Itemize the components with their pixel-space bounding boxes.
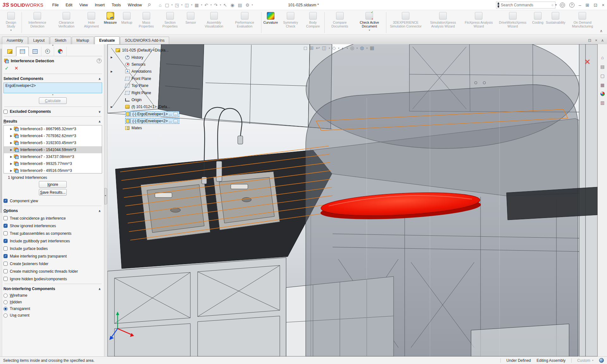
expand-chevron-icon[interactable]: ▶ (10, 127, 12, 130)
search-input[interactable] (501, 3, 550, 7)
radio-hidden[interactable]: Hidden (3, 300, 102, 304)
cancel-button[interactable]: ✕ (15, 65, 19, 71)
radio-wireframe[interactable]: Wireframe (3, 293, 102, 298)
user-account-icon[interactable] (560, 3, 565, 8)
selected-components-header[interactable]: Selected Components ∧ (3, 76, 102, 81)
menu-window[interactable]: Window (128, 3, 142, 7)
radio-use-current[interactable]: Use current (3, 313, 102, 318)
select-icon[interactable]: ↖ (222, 3, 228, 8)
restore-button[interactable]: ⊡ (594, 3, 598, 8)
file-explorer-icon[interactable]: ▢ (600, 73, 604, 78)
checkbox[interactable] (3, 262, 8, 266)
tab-configuration-manager[interactable] (29, 47, 41, 56)
hide-show-items-icon[interactable]: ◎ (350, 45, 354, 51)
tree-item-f-101-012-1-defa[interactable]: ▶(f) 101-012<1> (Defa... (111, 103, 179, 110)
redo-icon[interactable]: ↷ (213, 3, 219, 8)
home-icon[interactable]: ⌂ (157, 3, 162, 8)
graphics-viewport[interactable]: ◻⊞↩◫▾◇▾◐▾◎▾◍▾▦ 101-025 (Default) <Displa… (107, 44, 598, 356)
minimize-button[interactable]: – (579, 3, 581, 8)
menu-tools[interactable]: Tools (112, 3, 121, 7)
result-item[interactable]: ▶Interference5 - 3192303.45mm^3 (4, 139, 102, 146)
save-results-button[interactable]: Save Results... (39, 189, 67, 196)
expand-chevron-icon[interactable]: ▶ (10, 169, 12, 172)
ribbon-collapse-button[interactable]: ∧ (601, 38, 604, 43)
scene-settings-icon[interactable]: ▦ (370, 45, 374, 51)
option-make-interfering-parts-transparent[interactable]: Make interfering parts transparent (3, 254, 102, 258)
checkbox[interactable] (3, 269, 8, 273)
component-view-row[interactable]: Component view (3, 198, 102, 203)
results-header[interactable]: Results ∧ (3, 119, 102, 124)
close-button[interactable]: × (602, 3, 604, 8)
checkbox[interactable] (3, 246, 8, 251)
appearances-scenes-icon[interactable] (600, 92, 605, 96)
globe-icon[interactable] (599, 358, 604, 363)
tab-assembly[interactable]: Assembly (2, 37, 28, 44)
open-dropdown-icon[interactable]: ▾ (181, 3, 182, 6)
panel-grip-dot[interactable]: ● (3, 44, 102, 47)
view-orientation-dropdown-icon[interactable]: ▾ (338, 47, 339, 50)
option-create-matching-cosmetic-threads-folder[interactable]: Create matching cosmetic threads folder (3, 269, 102, 274)
non-interfering-header[interactable]: Non-interfering Components ∧ (3, 287, 102, 291)
radio-button[interactable] (3, 313, 8, 318)
undo-dropdown-icon[interactable]: ▾ (211, 3, 212, 6)
custom-properties-icon[interactable]: ▥ (600, 100, 604, 105)
display-style-dropdown-icon[interactable]: ▾ (346, 47, 348, 50)
option-ignore-hidden-bodies-components[interactable]: Ignore hidden bodies/components (3, 276, 102, 281)
previous-view-icon[interactable]: ↩ (316, 45, 320, 51)
solidworks-resources-icon[interactable]: ⌂ (601, 55, 604, 60)
tab-evaluate[interactable]: Evaluate (95, 36, 120, 44)
checkbox[interactable] (3, 277, 8, 281)
zoom-area-icon[interactable]: ⊞ (310, 45, 314, 51)
tree-item-front-plane[interactable]: Front Plane (111, 75, 179, 82)
expand-chevron-icon[interactable]: ▶ (10, 141, 12, 144)
ribbon-measure-button[interactable]: Measure (102, 11, 119, 34)
checkbox[interactable] (3, 224, 8, 228)
radio-button[interactable] (3, 294, 8, 298)
tab-dimxpert[interactable] (41, 47, 54, 56)
expand-chevron-icon[interactable]: ▶ (10, 148, 12, 151)
tree-item-history[interactable]: ▶History (111, 54, 179, 61)
collapse-caret-icon[interactable]: ∧ (98, 209, 102, 213)
tab-layout[interactable]: Layout (28, 37, 49, 44)
checkbox[interactable] (3, 231, 8, 235)
checkbox[interactable] (3, 239, 8, 243)
options-icon[interactable]: ⚙ (244, 3, 251, 8)
option-treat-coincidence-as-interference[interactable]: Treat coincidence as interference (3, 216, 102, 221)
ribbon-check-active-document-button[interactable]: Check Active Document▾ (354, 11, 385, 34)
calculate-button[interactable]: Calculate (39, 97, 67, 104)
open-icon[interactable]: ◳ (174, 3, 180, 8)
options-header[interactable]: Options ∧ (3, 209, 102, 213)
view-orientation-icon[interactable]: ◇ (332, 45, 336, 51)
zoom-fit-icon[interactable]: ◻ (304, 45, 307, 51)
search-dropdown-icon[interactable]: ▾ (555, 3, 557, 7)
excluded-components-header[interactable]: Excluded Components ∨ (3, 109, 102, 114)
expand-chevron-icon[interactable]: ▶ (10, 134, 12, 137)
menu-insert[interactable]: Insert (95, 3, 105, 7)
tree-expand-icon[interactable]: ▶ (111, 106, 115, 108)
collapse-caret-icon[interactable]: ∧ (98, 287, 102, 291)
file-properties-icon[interactable]: ▤ (236, 3, 243, 8)
tab-property-manager[interactable] (16, 47, 29, 56)
result-item[interactable]: ▶Interference7 - 334737.08mm^3 (4, 153, 102, 160)
tab-feature-manager[interactable] (3, 47, 16, 56)
expand-chevron-icon[interactable]: ▶ (10, 155, 12, 158)
rebuild-icon[interactable]: ◉ (229, 3, 236, 8)
resize-dot[interactable]: ● (3, 93, 102, 96)
tree-item-annotations[interactable]: ▶AAnnotations (111, 68, 179, 75)
new-dropdown-icon[interactable]: ▾ (171, 3, 173, 6)
result-item[interactable]: ▶Interference4 - 7079362.62mm^3 (4, 132, 102, 139)
truncated-more-chip[interactable]: ... (174, 112, 178, 116)
result-item[interactable]: ▶Interference8 - 99325.77mm^3 (4, 160, 102, 167)
option-create-fasteners-folder[interactable]: Create fasteners folder (3, 261, 102, 266)
dropdown-caret-icon[interactable]: ▾ (369, 29, 370, 32)
ribbon-curvature-button[interactable]: Curvature (262, 11, 279, 34)
document-close-button[interactable]: × (595, 38, 597, 43)
panel-collapse-tab[interactable] (104, 188, 107, 204)
checkbox[interactable] (3, 254, 8, 258)
design-library-icon[interactable]: ▤ (600, 64, 604, 69)
status-custom-dropdown[interactable]: Custom▾ (577, 358, 593, 363)
ignore-button[interactable]: Ignore (39, 181, 67, 188)
option-include-surface-bodies[interactable]: Include surface bodies (3, 246, 102, 251)
search-icon[interactable]: ○ (551, 3, 554, 7)
confirmation-corner-cancel-icon[interactable]: ✕ (584, 58, 591, 66)
